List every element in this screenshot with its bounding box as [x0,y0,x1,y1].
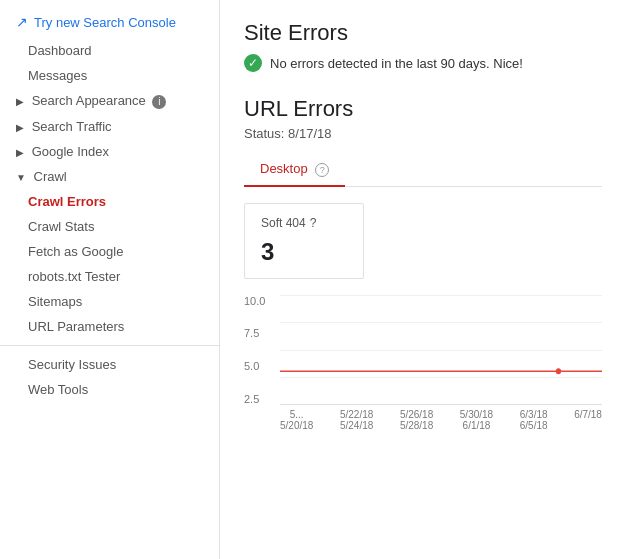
card-container: Soft 404 ? 3 [244,203,602,279]
sidebar-section-crawl[interactable]: ▼ Crawl [0,164,219,189]
status-text: Status: 8/17/18 [244,126,602,141]
crawl-errors-label: Crawl Errors [28,194,106,209]
sidebar-item-crawl-stats[interactable]: Crawl Stats [0,214,219,239]
arrow-icon-traffic: ▶ [16,122,24,133]
tab-desktop[interactable]: Desktop ? [244,153,345,187]
y-label-2: 5.0 [244,360,265,372]
crawl-stats-label: Crawl Stats [28,219,94,234]
tab-help-icon: ? [315,163,329,177]
x-label-2-top: 5/26/18 [400,409,433,420]
sidebar-divider [0,345,219,346]
site-errors-title: Site Errors [244,20,602,46]
arrow-icon: ▶ [16,96,24,107]
y-label-0: 10.0 [244,295,265,307]
x-label-0-bottom: 5/20/18 [280,420,313,431]
x-label-3: 5/30/18 6/1/18 [460,409,493,431]
x-label-0: 5... 5/20/18 [280,409,313,431]
info-icon: i [152,95,166,109]
x-label-2: 5/26/18 5/28/18 [400,409,433,431]
search-appearance-label: Search Appearance [32,93,146,108]
card-label: Soft 404 ? [261,216,347,230]
sidebar-item-fetch-as-google[interactable]: Fetch as Google [0,239,219,264]
chart-y-labels: 10.0 7.5 5.0 2.5 [244,295,265,405]
messages-label: Messages [28,68,87,83]
sidebar-item-web-tools[interactable]: Web Tools [0,377,219,402]
arrow-icon-crawl: ▼ [16,172,26,183]
y-label-1: 7.5 [244,327,265,339]
external-link-icon: ↗ [16,14,28,30]
crawl-label: Crawl [34,169,67,184]
sidebar-item-crawl-errors[interactable]: Crawl Errors [0,189,219,214]
chart-gridline-2 [280,350,602,351]
tab-desktop-label: Desktop [260,161,308,176]
x-label-5: 6/7/18 [574,409,602,431]
x-label-1: 5/22/18 5/24/18 [340,409,373,431]
no-errors-banner: ✓ No errors detected in the last 90 days… [244,54,602,72]
security-issues-label: Security Issues [28,357,116,372]
y-label-3: 2.5 [244,393,265,405]
chart-gridline-0 [280,295,602,296]
main-content: Site Errors ✓ No errors detected in the … [220,0,626,559]
url-parameters-label: URL Parameters [28,319,124,334]
check-icon: ✓ [244,54,262,72]
tabs-container: Desktop ? [244,153,602,187]
chart-area: 10.0 7.5 5.0 2.5 5... 5/20/18 [244,295,602,435]
sidebar-section-search-traffic[interactable]: ▶ Search Traffic [0,114,219,139]
chart-gridline-3 [280,377,602,378]
card-label-text: Soft 404 [261,216,306,230]
web-tools-label: Web Tools [28,382,88,397]
search-traffic-label: Search Traffic [32,119,112,134]
sidebar-section-google-index[interactable]: ▶ Google Index [0,139,219,164]
chart-body [280,295,602,405]
sidebar-item-url-parameters[interactable]: URL Parameters [0,314,219,339]
x-label-4: 6/3/18 6/5/18 [520,409,548,431]
card-help-icon: ? [310,216,317,230]
x-label-2-bottom: 5/28/18 [400,420,433,431]
soft-404-card: Soft 404 ? 3 [244,203,364,279]
fetch-as-google-label: Fetch as Google [28,244,123,259]
sidebar-item-sitemaps[interactable]: Sitemaps [0,289,219,314]
card-value: 3 [261,238,347,266]
arrow-icon-google-index: ▶ [16,147,24,158]
x-label-0-top: 5... [290,409,304,420]
x-label-3-bottom: 6/1/18 [463,420,491,431]
x-label-4-bottom: 6/5/18 [520,420,548,431]
url-errors-title: URL Errors [244,96,602,122]
sitemaps-label: Sitemaps [28,294,82,309]
x-label-5-top: 6/7/18 [574,409,602,420]
x-label-4-top: 6/3/18 [520,409,548,420]
google-index-label: Google Index [32,144,109,159]
x-label-1-bottom: 5/24/18 [340,420,373,431]
no-errors-text: No errors detected in the last 90 days. … [270,56,523,71]
try-new-console-link[interactable]: ↗ Try new Search Console [0,8,219,38]
sidebar: ↗ Try new Search Console Dashboard Messa… [0,0,220,559]
try-new-console-label: Try new Search Console [34,15,176,30]
sidebar-item-messages[interactable]: Messages [0,63,219,88]
sidebar-item-robots-txt-tester[interactable]: robots.txt Tester [0,264,219,289]
sidebar-item-security-issues[interactable]: Security Issues [0,352,219,377]
dashboard-label: Dashboard [28,43,92,58]
robots-txt-tester-label: robots.txt Tester [28,269,120,284]
svg-point-0 [556,368,561,374]
x-label-3-top: 5/30/18 [460,409,493,420]
sidebar-item-dashboard[interactable]: Dashboard [0,38,219,63]
chart-gridline-1 [280,322,602,323]
chart-x-labels: 5... 5/20/18 5/22/18 5/24/18 5/26/18 5/2… [280,409,602,431]
x-label-1-top: 5/22/18 [340,409,373,420]
sidebar-section-search-appearance[interactable]: ▶ Search Appearance i [0,88,219,114]
